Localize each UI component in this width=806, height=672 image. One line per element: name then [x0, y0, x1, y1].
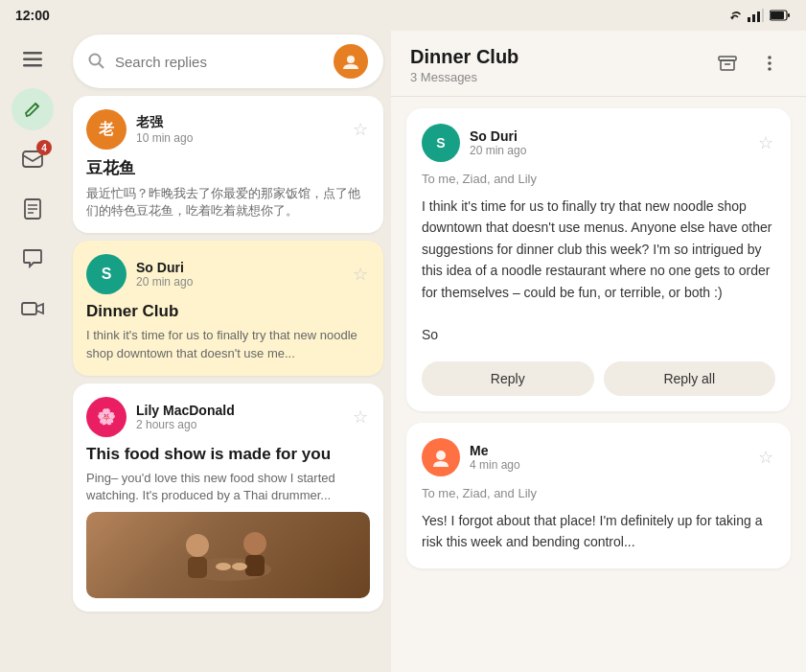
sidebar-item-notes[interactable] — [12, 188, 54, 230]
detail-body: S So Duri 20 min ago ☆ To me, Ziad, and … — [391, 97, 806, 672]
message-time-3: 2 hours ago — [136, 418, 341, 431]
star-button-2[interactable]: ☆ — [351, 262, 370, 287]
thread-sender-2: Me — [470, 443, 747, 458]
svg-rect-8 — [23, 58, 42, 61]
sender-name-3: Lily MacDonald — [136, 403, 341, 418]
thread-sender-1: So Duri — [470, 128, 747, 144]
thread-body-1: I think it's time for us to finally try … — [422, 196, 775, 346]
thread-avatar-1: S — [422, 124, 460, 162]
svg-point-20 — [186, 534, 209, 557]
thread-card-2: Me 4 min ago ☆ To me, Ziad, and Lily Yes… — [406, 423, 791, 568]
search-bar[interactable] — [73, 35, 383, 88]
thread-time-2: 4 min ago — [470, 458, 747, 472]
message-card-1[interactable]: 老 老强 10 min ago ☆ 豆花鱼 最近忙吗？昨晚我去了你最爱的那家饭馆… — [73, 96, 383, 233]
svg-point-24 — [216, 563, 231, 570]
sidebar-item-video[interactable] — [12, 288, 54, 330]
svg-point-16 — [90, 55, 101, 65]
thread-actions-1: Reply Reply all — [422, 361, 775, 396]
star-button-1[interactable]: ☆ — [351, 117, 370, 142]
sidebar-item-inbox[interactable]: 4 — [12, 138, 54, 180]
svg-line-17 — [99, 63, 104, 68]
status-icons — [724, 9, 791, 22]
thread-meta-2: Me 4 min ago — [470, 443, 747, 472]
sender-name-2: So Duri — [136, 260, 341, 275]
svg-rect-7 — [23, 52, 42, 55]
svg-rect-1 — [752, 14, 755, 22]
search-input[interactable] — [115, 54, 324, 70]
inbox-badge: 4 — [36, 140, 52, 155]
message-preview-2: I think it's time for us to finally try … — [86, 327, 370, 361]
svg-point-25 — [232, 563, 247, 570]
svg-point-18 — [347, 56, 355, 63]
svg-rect-21 — [188, 557, 207, 578]
card-meta-2: So Duri 20 min ago — [136, 260, 341, 289]
sender-avatar-1: 老 — [86, 109, 127, 150]
status-bar: 12:00 — [0, 0, 806, 31]
svg-point-29 — [768, 56, 771, 59]
message-preview-3: Ping– you'd love this new food show I st… — [86, 470, 370, 504]
detail-title: Dinner Club — [410, 46, 518, 68]
svg-point-32 — [436, 451, 446, 460]
reply-button[interactable]: Reply — [422, 361, 594, 396]
reply-all-button[interactable]: Reply all — [604, 361, 776, 396]
sidebar: 4 — [0, 31, 65, 672]
user-avatar — [334, 44, 368, 79]
svg-rect-15 — [22, 303, 36, 314]
svg-point-30 — [768, 61, 771, 65]
sidebar-item-menu[interactable] — [12, 38, 54, 81]
thread-body-2: Yes! I forgot about that place! I'm defi… — [422, 510, 775, 553]
svg-rect-27 — [721, 60, 734, 70]
svg-rect-3 — [762, 9, 764, 22]
svg-rect-2 — [757, 12, 760, 22]
message-preview-1: 最近忙吗？昨晚我去了你最爱的那家饭馆，点了他们的特色豆花鱼，吃着吃着就想你了。 — [86, 185, 370, 220]
wifi-icon — [724, 9, 741, 22]
detail-subtitle: 3 Messages — [410, 70, 518, 84]
message-time-2: 20 min ago — [136, 275, 341, 289]
sidebar-item-compose[interactable] — [12, 88, 54, 130]
card-meta-1: 老强 10 min ago — [136, 114, 341, 145]
message-title-3: This food show is made for you — [86, 445, 370, 464]
sender-avatar-3: 🌸 — [86, 397, 127, 437]
signal-icon — [747, 9, 764, 22]
detail-header-actions — [710, 46, 787, 81]
message-title-1: 豆花鱼 — [86, 157, 370, 179]
thread-star-1[interactable]: ☆ — [756, 130, 775, 155]
svg-rect-23 — [245, 555, 265, 576]
svg-point-22 — [243, 532, 266, 555]
sidebar-item-chat[interactable] — [12, 238, 54, 280]
detail-title-group: Dinner Club 3 Messages — [410, 46, 518, 84]
svg-rect-5 — [771, 12, 784, 19]
thread-recipients-1: To me, Ziad, and Lily — [422, 172, 775, 186]
sender-avatar-2: S — [86, 254, 127, 294]
thread-recipients-2: To me, Ziad, and Lily — [422, 486, 775, 500]
message-card-2[interactable]: S So Duri 20 min ago ☆ Dinner Club I thi… — [73, 241, 383, 375]
thread-meta-1: So Duri 20 min ago — [470, 128, 747, 157]
more-options-button[interactable] — [752, 46, 787, 81]
thread-card-1: S So Duri 20 min ago ☆ To me, Ziad, and … — [406, 108, 791, 411]
thread-avatar-2 — [422, 438, 460, 476]
message-title-2: Dinner Club — [86, 302, 370, 321]
archive-button[interactable] — [710, 46, 745, 81]
message-card-3[interactable]: 🌸 Lily MacDonald 2 hours ago ☆ This food… — [73, 383, 383, 612]
star-button-3[interactable]: ☆ — [351, 405, 370, 429]
thread-time-1: 20 min ago — [470, 144, 747, 157]
message-time-1: 10 min ago — [136, 131, 341, 145]
detail-header: Dinner Club 3 Messages — [391, 31, 806, 97]
svg-rect-6 — [788, 13, 790, 17]
detail-panel: Dinner Club 3 Messages — [391, 31, 806, 672]
svg-rect-9 — [23, 64, 42, 67]
status-time: 12:00 — [15, 8, 50, 23]
battery-icon — [770, 10, 791, 21]
thread-star-2[interactable]: ☆ — [756, 445, 775, 470]
search-icon — [88, 53, 105, 70]
list-panel: 老 老强 10 min ago ☆ 豆花鱼 最近忙吗？昨晚我去了你最爱的那家饭馆… — [65, 31, 391, 672]
sender-name-1: 老强 — [136, 114, 341, 131]
svg-rect-0 — [748, 17, 750, 22]
svg-point-31 — [768, 67, 771, 71]
message-image-3 — [86, 512, 370, 598]
card-meta-3: Lily MacDonald 2 hours ago — [136, 403, 341, 431]
